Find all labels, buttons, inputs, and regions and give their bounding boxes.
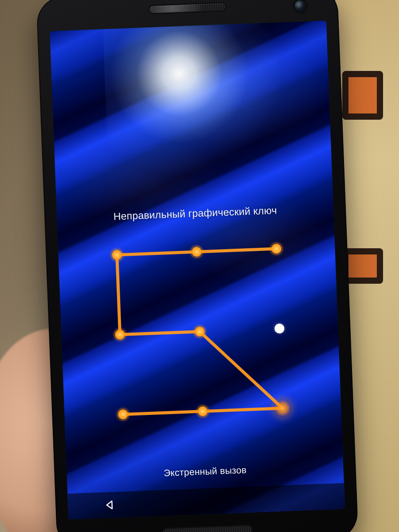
emergency-call-button[interactable]: Экстренный вызов (66, 461, 343, 482)
bottom-speaker (163, 526, 252, 532)
background-carpet-pattern (342, 71, 383, 120)
front-camera (294, 0, 306, 12)
earpiece-speaker (149, 3, 225, 13)
pattern-unlock-grid[interactable] (98, 231, 301, 433)
svg-line-4 (200, 329, 282, 411)
photo-scene: Неправильный графический ключ (0, 0, 399, 532)
phone-body: Неправильный графический ключ (36, 0, 358, 532)
svg-line-3 (120, 332, 200, 335)
svg-line-0 (117, 252, 197, 255)
svg-line-6 (123, 411, 203, 415)
back-button[interactable] (102, 497, 118, 512)
navigation-bar (67, 483, 345, 520)
svg-line-1 (197, 249, 277, 252)
wrong-pattern-message: Неправильный графический ключ (57, 202, 334, 225)
screen: Неправильный графический ключ (50, 20, 345, 519)
svg-line-5 (203, 408, 282, 411)
svg-line-2 (117, 255, 120, 335)
lockscreen: Неправильный графический ключ (50, 20, 345, 519)
triangle-back-icon (104, 499, 116, 511)
